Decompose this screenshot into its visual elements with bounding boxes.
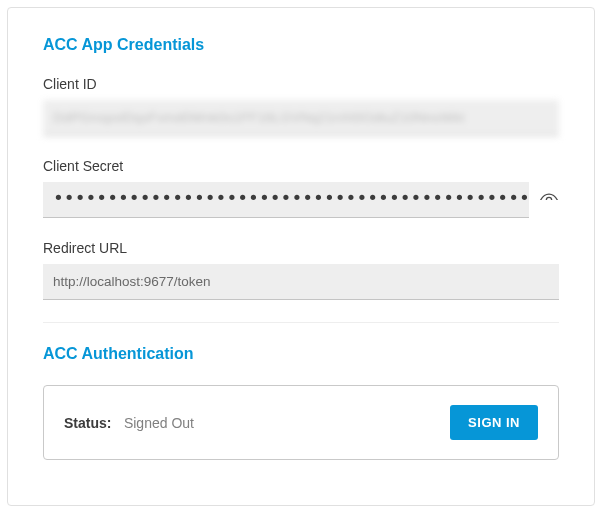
sign-in-button[interactable]: SIGN IN [450,405,538,440]
redirect-url-label: Redirect URL [43,240,559,256]
toggle-secret-visibility-button[interactable] [529,193,559,207]
authentication-box: Status: Signed Out SIGN IN [43,385,559,460]
status-text: Status: Signed Out [64,414,194,432]
redirect-url-input[interactable]: http://localhost:9677/token [43,264,559,300]
client-id-input[interactable]: DdPGnopslDqsFvmd0Wnk0s1FF16LGVNq21nXt0Od… [43,100,559,136]
authentication-title: ACC Authentication [43,345,559,363]
redirect-url-field: Redirect URL http://localhost:9677/token [43,240,559,300]
eye-icon [539,193,559,207]
client-id-field: Client ID DdPGnopslDqsFvmd0Wnk0s1FF16LGV… [43,76,559,136]
credentials-title: ACC App Credentials [43,36,559,54]
client-id-label: Client ID [43,76,559,92]
status-label: Status: [64,415,111,431]
client-secret-label: Client Secret [43,158,559,174]
section-divider [43,322,559,323]
settings-card: ACC App Credentials Client ID DdPGnopslD… [7,7,595,506]
svg-rect-1 [539,200,559,207]
status-value: Signed Out [124,415,194,431]
client-secret-field: Client Secret ••••••••••••••••••••••••••… [43,158,559,218]
client-secret-input[interactable]: ••••••••••••••••••••••••••••••••••••••••… [43,182,529,218]
